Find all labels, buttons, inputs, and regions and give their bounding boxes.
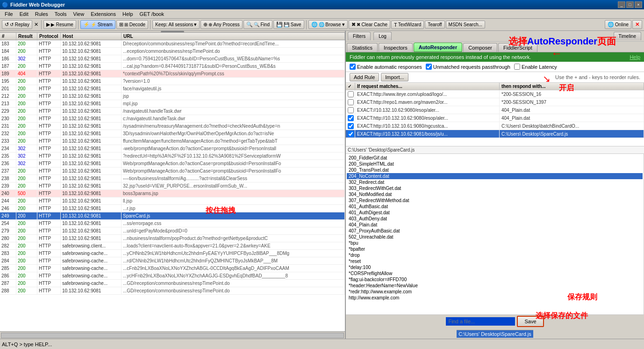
textwizard-button[interactable]: T TextWizard <box>391 21 424 29</box>
table-row[interactable]: 234 302 HTTP 10.132.10.62:9081 -web/prom… <box>0 145 345 153</box>
response-item[interactable]: http://www.example.com <box>347 295 643 301</box>
any-process-button[interactable]: ⊕ ⊕ Any Process <box>200 20 242 29</box>
tab-inspectors[interactable]: Inspectors <box>379 43 413 52</box>
response-item[interactable]: *delay:100 <box>347 264 643 270</box>
maximize-button[interactable]: □ <box>626 1 634 8</box>
response-item[interactable]: 407_ProxyAuthBasic.dat <box>347 228 643 234</box>
rule-row[interactable]: EXACT:http://10.132.10.61:9080/ngcustca.… <box>346 122 644 130</box>
menu-extensions[interactable]: Extensions <box>88 10 119 18</box>
table-row[interactable]: 287 200 HTTP safebrowsing-cache... ...GD… <box>0 280 345 287</box>
table-row[interactable]: 254 200 HTTP 10.132.10.62:9081 ...ss/err… <box>0 220 345 227</box>
tab-timeline[interactable]: Timeline <box>614 32 641 40</box>
add-rule-button[interactable]: Add Rule <box>350 73 379 81</box>
help-link[interactable]: Help <box>630 54 640 60</box>
tearoff-button[interactable]: Tearoff <box>425 21 444 29</box>
unmatched-checkbox[interactable] <box>426 64 432 70</box>
save-rule-button[interactable]: Save <box>517 316 544 327</box>
response-item[interactable]: *CORSPreflightAllow <box>347 270 643 276</box>
table-row[interactable]: 187 200 HTTP 10.132.10.62:9081 ...cal.js… <box>0 63 345 70</box>
table-row[interactable]: 284 200 HTTP safebrowsing-cache... ...rd… <box>0 257 345 265</box>
save-button-toolbar[interactable]: 💾 💾 Save <box>273 20 304 29</box>
table-row[interactable]: 285 200 HTTP safebrowsing-cache... ...cF… <box>0 265 345 272</box>
table-row[interactable]: 213 200 HTTP 10.132.10.62:9081 mpl.jsp <box>0 100 345 108</box>
tab-autoresponder[interactable]: AutoResponder <box>414 43 463 52</box>
table-row[interactable]: 246 200 HTTP 10.132.10.62:9081 ...r.jsp <box>0 205 345 212</box>
response-item[interactable]: *drop <box>347 252 643 258</box>
table-row[interactable]: 231 200 HTTP 10.132.10.62:9081 /sysadmin… <box>0 123 345 130</box>
table-row[interactable]: 249 200 HTTP 10.132.10.62:9081 SpareCard… <box>0 212 345 220</box>
table-row[interactable]: 282 200 HTTP safebrowsing.client... ...l… <box>0 242 345 250</box>
online-button[interactable]: 🌐 Online <box>605 20 631 29</box>
rule-row[interactable]: EXACT:http://10.132.10.62:9080/esop/aler… <box>346 114 644 122</box>
find-button[interactable]: 🔍 🔍 Find <box>243 20 272 29</box>
menu-get[interactable]: GET /book <box>137 10 167 18</box>
enable-auto-label[interactable]: Enable automatic responses <box>350 64 422 70</box>
rule-row[interactable]: EXACT://10.132.10.62:9080/esop/aler... 4… <box>346 106 644 114</box>
response-item[interactable]: 200_FiddlerGif.dat <box>347 155 643 161</box>
response-item[interactable]: 307_RedirectWithMethod.dat <box>347 197 643 204</box>
response-item[interactable]: *bpafter <box>347 246 643 252</box>
response-item[interactable]: 204_NoContent.dat <box>347 173 643 179</box>
response-item[interactable]: 200_TransPixel.dat <box>347 167 643 173</box>
table-row[interactable]: 280 200 HTTP 10.132.10.62:9081 ...nbusin… <box>0 235 345 242</box>
find-file-input[interactable] <box>446 317 515 326</box>
msdn-search-button[interactable]: MSDN Search... <box>446 21 485 29</box>
traffic-table[interactable]: # Result Protocol Host URL 183 200 HTTP … <box>0 33 345 331</box>
table-row[interactable]: 189 404 HTTP 10.132.10.62:9081 *contextP… <box>0 70 345 78</box>
response-item[interactable]: 401_AuthBasic.dat <box>347 204 643 210</box>
resume-button[interactable]: ▶ ▶ Resume <box>43 20 76 29</box>
tab-composer[interactable]: Composer <box>463 43 497 52</box>
close-button[interactable]: × <box>635 1 642 8</box>
table-row[interactable]: 283 200 HTTP safebrowsing-cache... ...yC… <box>0 250 345 257</box>
response-item[interactable]: *header:HeaderName=NewValue <box>347 283 643 289</box>
stream-button[interactable]: ⚡ ⚡ Stream <box>80 20 115 29</box>
rule-row[interactable]: EXACT:http://repo1.maven.org/maven2/or..… <box>346 98 644 106</box>
table-row[interactable]: 239 200 HTTP 10.132.10.62:9081 32.jsp?us… <box>0 182 345 190</box>
table-row[interactable]: 238 200 HTTP 10.132.10.62:9081 ----tion/… <box>0 175 345 182</box>
import-button[interactable]: Import... <box>381 73 408 81</box>
menu-view[interactable]: View <box>71 10 87 18</box>
table-row[interactable]: 244 200 HTTP 10.132.10.62:9081 ll.jsp <box>0 197 345 205</box>
response-item[interactable]: *bpu <box>347 240 643 246</box>
unmatched-label[interactable]: Unmatched requests passthrough <box>426 64 510 70</box>
tab-statistics[interactable]: Statistics <box>347 43 378 52</box>
rule-row[interactable]: EXACT:http://10.132.10.62:9081/boss/js/u… <box>346 130 644 138</box>
response-item[interactable]: 403_AuthDeny.dat <box>347 216 643 222</box>
replay-options[interactable]: ✕ <box>33 22 39 28</box>
response-item[interactable]: 401_AuthDigest.dat <box>347 210 643 216</box>
menu-edit[interactable]: Edit <box>17 10 31 18</box>
table-row[interactable]: 230 200 HTTP 10.132.10.62:9081 c:/naviga… <box>0 115 345 123</box>
table-row[interactable]: 229 200 HTTP 10.132.10.62:9081 /navigate… <box>0 108 345 115</box>
table-row[interactable]: 288 200 HTTP 10.132.10.62:9081 ...GD/rec… <box>0 287 345 295</box>
table-row[interactable]: 212 200 HTTP 10.132.10.62:9081 jsp <box>0 93 345 100</box>
response-item[interactable]: 302_Redirect.dat <box>347 179 643 185</box>
table-row[interactable]: 201 200 HTTP 10.132.10.62:9081 face/navi… <box>0 85 345 93</box>
table-row[interactable]: 235 302 HTTP 10.132.10.62:9081 ?redirect… <box>0 153 345 160</box>
clear-cache-button[interactable]: ✖ ✖ Clear Cache <box>349 20 390 29</box>
minimize-button[interactable]: _ <box>618 1 625 8</box>
table-row[interactable]: 183 200 HTTP 10.132.10.62:9081 D/recepti… <box>0 40 345 48</box>
response-item[interactable]: 404_Plain.dat <box>347 222 643 228</box>
table-row[interactable]: 232 200 HTTP 10.132.10.62:9081 3D/sysadm… <box>0 130 345 138</box>
table-row[interactable]: 186 302 HTTP 10.132.10.62:9081 ...dom=0.… <box>0 55 345 63</box>
table-row[interactable]: 236 302 HTTP 10.132.10.62:9081 Web/promp… <box>0 160 345 167</box>
browse-button[interactable]: 🌐 🌐 Browse ▾ <box>308 20 348 29</box>
menu-file[interactable]: File <box>2 10 16 18</box>
tab-filters[interactable]: Filters <box>348 32 371 40</box>
response-item[interactable]: *reset <box>347 258 643 264</box>
replay-button[interactable]: ↺ ↺ Replay <box>2 20 32 29</box>
rule-row[interactable]: EXACT:http://www.iteye.com/upload/logo/.… <box>346 90 644 98</box>
response-item[interactable]: 200_SimpleHTML.dat <box>347 161 643 167</box>
decode-button[interactable]: ⊞ ⊞ Decode <box>116 20 148 29</box>
table-row[interactable]: 233 200 HTTP 10.132.10.62:9081 ffuncItem… <box>0 138 345 145</box>
menu-tools[interactable]: Tools <box>52 10 70 18</box>
enable-auto-checkbox[interactable] <box>350 64 356 70</box>
table-row[interactable]: 286 200 HTTP safebrowsing-cache... ...yc… <box>0 272 345 280</box>
response-list[interactable]: 200_FiddlerGif.dat200_SimpleHTML.dat200_… <box>346 154 644 314</box>
latency-checkbox[interactable] <box>514 64 520 70</box>
menu-help[interactable]: Help <box>120 10 136 18</box>
response-item[interactable]: 502_Unreachable.dat <box>347 234 643 240</box>
table-row[interactable]: 240 500 HTTP 10.132.10.62:9081 boss3para… <box>0 190 345 197</box>
table-row[interactable]: 237 200 HTTP 10.132.10.62:9081 Web/promp… <box>0 167 345 175</box>
table-row[interactable]: 195 200 HTTP 10.132.10.62:9081 ?version=… <box>0 78 345 85</box>
